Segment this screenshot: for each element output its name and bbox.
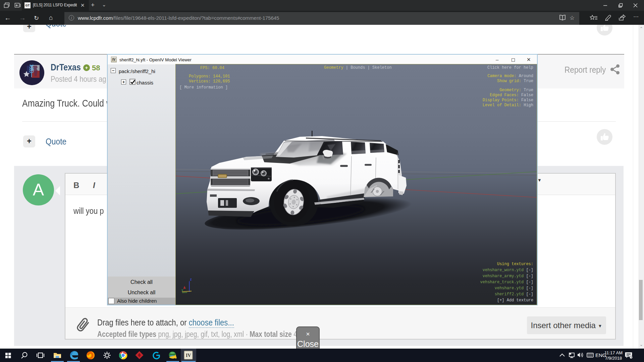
svg-text:z: z (190, 278, 192, 282)
svg-text:IV: IV (186, 353, 191, 358)
